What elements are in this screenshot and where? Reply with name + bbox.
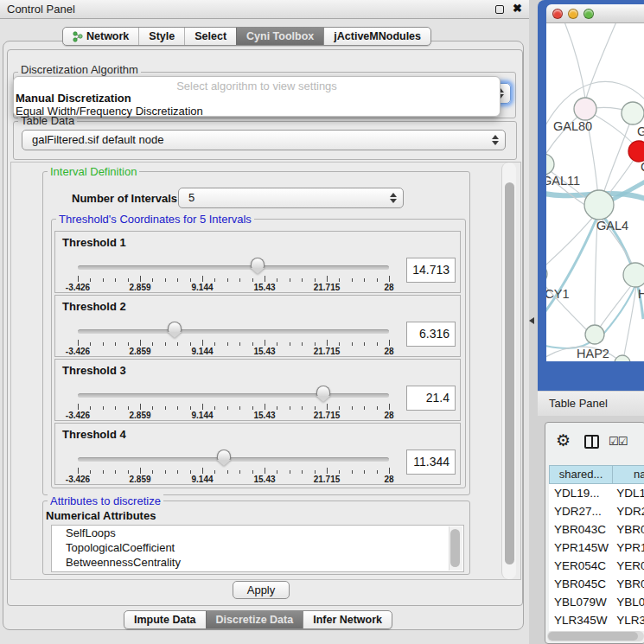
table-cell[interactable]: YPR1: [612, 539, 644, 557]
table-row[interactable]: YER054CYER0: [549, 557, 644, 575]
horizontal-scrollbar-thumb[interactable]: [548, 632, 638, 641]
table-cell[interactable]: YDL19...: [549, 484, 612, 502]
table-panel-titlebar[interactable]: Table Panel: [538, 392, 644, 416]
thresholds-group-label: Threshold's Coordinates for 5 Intervals: [56, 213, 254, 226]
network-node-label: H: [638, 287, 644, 301]
network-node-label: GAL80: [553, 119, 592, 133]
network-node[interactable]: [546, 154, 554, 175]
slider-ticks: [78, 467, 389, 474]
threshold-3-value-field[interactable]: 21.4: [406, 386, 456, 411]
table-cell[interactable]: YLR345W: [549, 611, 612, 629]
network-node[interactable]: [622, 102, 644, 124]
tab-style[interactable]: Style: [138, 28, 184, 45]
columns-icon[interactable]: [584, 435, 599, 449]
tab-infer-network[interactable]: Infer Network: [303, 611, 392, 628]
table-cell[interactable]: YER0: [612, 557, 644, 575]
control-panel-window: Control Panel ✖ Network Style Select Cyn…: [0, 0, 529, 644]
vertical-scrollbar[interactable]: [501, 163, 516, 579]
column-header-shared-name[interactable]: shared...: [549, 465, 613, 484]
select-columns-icons[interactable]: ☑☑: [609, 435, 627, 448]
popup-option-manual-discretization[interactable]: Manual Discretization: [16, 92, 131, 105]
attribute-list-item[interactable]: SelfLoops: [52, 526, 463, 540]
float-window-icon[interactable]: [495, 5, 504, 14]
table-cell[interactable]: YDL1: [612, 484, 644, 502]
close-traffic-light[interactable]: [552, 9, 563, 19]
network-node[interactable]: [628, 141, 644, 162]
table-cell[interactable]: YBL0: [612, 593, 644, 611]
slider-thumb[interactable]: [316, 386, 330, 396]
table-row[interactable]: YBR043CYBR0: [549, 520, 644, 539]
table-body: YDL19...YDL1YDR27...YDR2YBR043CYBR0YPR14…: [549, 484, 644, 631]
network-edge[interactable]: [546, 216, 594, 272]
column-header-name[interactable]: na: [613, 465, 644, 484]
network-canvas[interactable]: GAL80GACGAL11GAL4GCY1HHAP2: [546, 23, 644, 361]
gear-icon[interactable]: ⚙: [556, 430, 571, 450]
attributes-list-scrollbar[interactable]: [449, 526, 462, 571]
network-edge[interactable]: [602, 115, 633, 199]
network-edge[interactable]: [599, 284, 633, 328]
close-icon[interactable]: ✖: [513, 2, 522, 15]
threshold-2-slider[interactable]: -3.4262.8599.14415.4321.71528: [78, 320, 389, 354]
network-node[interactable]: [615, 355, 630, 361]
slider-track[interactable]: [78, 393, 389, 398]
threshold-1-value-field[interactable]: 14.713: [406, 258, 456, 283]
table-row[interactable]: YDR27...YDR2: [549, 502, 644, 520]
algorithm-group-label: Discretization Algorithm: [18, 63, 141, 76]
tab-discretize-data[interactable]: Discretize Data: [206, 611, 303, 628]
attributes-list-scrollbar-thumb[interactable]: [450, 529, 460, 567]
table-row[interactable]: YDL19...YDL1: [549, 484, 644, 502]
table-cell[interactable]: YLR3: [612, 611, 644, 629]
horizontal-scrollbar[interactable]: [547, 631, 644, 641]
table-cell[interactable]: YBR043C: [549, 520, 612, 539]
number-of-intervals-select[interactable]: 5: [178, 188, 404, 208]
slider-thumb[interactable]: [168, 322, 182, 332]
network-edge[interactable]: [595, 220, 597, 326]
slider-thumb[interactable]: [217, 450, 231, 460]
tab-jactivemnodules[interactable]: jActiveMNodules: [323, 28, 430, 45]
table-data-select[interactable]: galFiltered.sif default node: [22, 130, 506, 150]
table-cell[interactable]: YBR0: [612, 575, 644, 593]
network-node[interactable]: [584, 190, 614, 220]
vertical-scrollbar-thumb[interactable]: [505, 182, 514, 564]
attribute-list-item[interactable]: BetweennessCentrality: [52, 555, 463, 570]
network-node[interactable]: [623, 263, 644, 287]
network-node[interactable]: [546, 265, 547, 284]
slider-track[interactable]: [78, 329, 389, 334]
tab-impute-data[interactable]: Impute Data: [124, 611, 206, 628]
table-row[interactable]: YBR045CYBR0: [549, 575, 644, 593]
threshold-4-value-field[interactable]: 11.344: [406, 450, 456, 475]
network-edge[interactable]: [546, 219, 596, 317]
table-cell[interactable]: YPR145W: [549, 539, 612, 557]
network-node[interactable]: [585, 325, 604, 344]
apply-button[interactable]: Apply: [233, 581, 290, 599]
threshold-2-value-field[interactable]: 6.316: [406, 322, 456, 347]
tab-select[interactable]: Select: [184, 28, 236, 45]
table-cell[interactable]: YBR045C: [549, 575, 612, 593]
tab-network[interactable]: Network: [63, 28, 138, 45]
table-row[interactable]: YBL079WYBL0: [549, 593, 644, 611]
table-row[interactable]: YLR345WYLR3: [549, 611, 644, 629]
network-edge[interactable]: [586, 23, 617, 99]
table-cell[interactable]: YDR2: [612, 502, 644, 520]
table-cell[interactable]: YDR27...: [549, 502, 612, 520]
tab-cyni-toolbox[interactable]: Cyni Toolbox: [236, 28, 323, 45]
attribute-list-item[interactable]: TopologicalCoefficient: [52, 540, 463, 555]
table-cell[interactable]: YBR0: [612, 520, 644, 539]
threshold-4-slider[interactable]: -3.4262.8599.14415.4321.71528: [78, 448, 389, 482]
popup-option-equal-width-frequency[interactable]: Equal Width/Frequency Discretization: [16, 105, 203, 118]
table-cell[interactable]: YER054C: [549, 557, 612, 575]
table-cell[interactable]: YBL079W: [549, 593, 612, 611]
slider-thumb[interactable]: [251, 258, 265, 268]
slider-track[interactable]: [78, 457, 389, 462]
slider-track[interactable]: [78, 265, 389, 270]
number-of-intervals-label: Number of Intervals: [72, 192, 177, 205]
network-window-titlebar[interactable]: [546, 4, 644, 23]
table-data-selected-value: galFiltered.sif default node: [32, 133, 163, 146]
minimize-traffic-light[interactable]: [568, 9, 578, 19]
threshold-3-slider[interactable]: -3.4262.8599.14415.4321.71528: [78, 384, 389, 418]
control-panel-titlebar[interactable]: Control Panel ✖: [0, 0, 529, 19]
network-node[interactable]: [574, 98, 596, 120]
threshold-1-slider[interactable]: -3.4262.8599.14415.4321.71528: [78, 256, 389, 290]
zoom-traffic-light[interactable]: [583, 9, 594, 19]
table-row[interactable]: YPR145WYPR1: [549, 539, 644, 557]
